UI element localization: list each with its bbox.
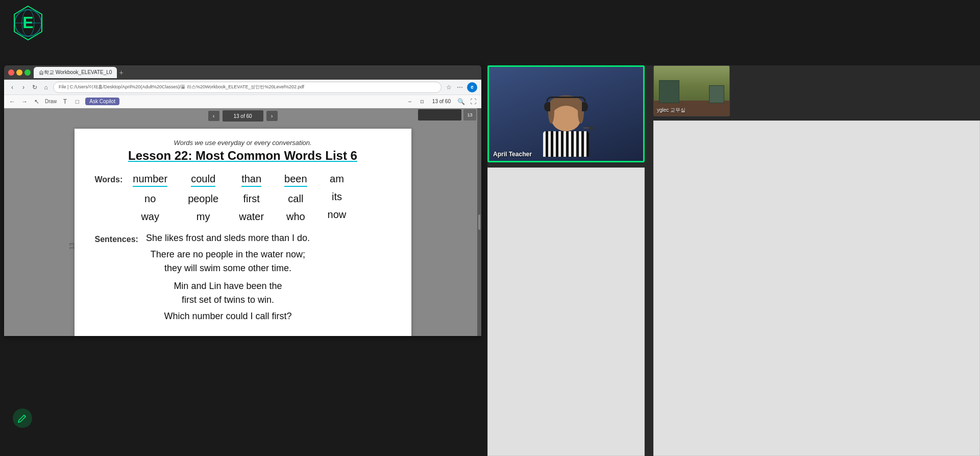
sentence-3: Min and Lin have been thefirst set of tw… <box>146 279 310 307</box>
pdf-scrollbar[interactable] <box>477 108 481 336</box>
lower-left-panel <box>487 167 645 456</box>
home-btn[interactable]: ⌂ <box>42 83 50 91</box>
svg-text:E: E <box>22 13 33 32</box>
yglec-name-label: yglec 교무실 <box>657 107 685 114</box>
star-btn[interactable]: ☆ <box>445 83 453 91</box>
top-box-dark <box>418 109 461 121</box>
more-btn[interactable]: ⋯ <box>456 83 464 91</box>
pdf-fullscreen[interactable]: ⛶ <box>469 98 477 106</box>
april-teacher-video: April Teacher <box>487 65 645 162</box>
pdf-tool-back[interactable]: ← <box>8 98 16 106</box>
pdf-title: Lesson 22: Most Common Words List 6 <box>95 149 391 163</box>
window-max-btn[interactable] <box>24 69 31 76</box>
word-could: could <box>191 173 215 187</box>
word-than: than <box>241 173 261 187</box>
sentence-1: She likes frost and sleds more than I do… <box>146 233 310 244</box>
pdf-tool-shape[interactable]: □ <box>73 98 81 106</box>
word-been: been <box>284 173 307 187</box>
refresh-btn[interactable]: ↻ <box>31 83 39 91</box>
pdf-subtitle: Words we use everyday or every conversat… <box>95 139 391 147</box>
word-way: way <box>141 211 159 223</box>
word-my: my <box>197 211 210 223</box>
word-who: who <box>286 211 305 223</box>
pdf-zoom-search[interactable]: 🔍 <box>457 98 465 106</box>
page-number-label: 13 <box>68 243 75 249</box>
yglec-video: yglec 교무실 <box>653 65 730 116</box>
browser-window: 습학교 Workbook_ELEVATE_L0 + ‹ › ↻ ⌂ File |… <box>4 65 481 336</box>
pdf-page-info: 13 of 60 <box>430 99 453 104</box>
pdf-tool-fwd[interactable]: → <box>20 98 29 106</box>
sentences-section: Sentences: She likes frost and sleds mor… <box>95 233 391 322</box>
sentence-2: There are no people in the water now;the… <box>146 248 310 275</box>
logo-area: E <box>10 5 46 43</box>
word-people: people <box>188 193 218 205</box>
pdf-fit-btn[interactable]: ⊡ <box>418 98 426 106</box>
back-btn[interactable]: ‹ <box>8 83 16 91</box>
window-close-btn[interactable] <box>8 69 14 76</box>
lower-right-panel <box>653 121 980 456</box>
word-its: its <box>332 191 342 203</box>
word-first: first <box>243 193 260 205</box>
window-min-btn[interactable] <box>16 69 22 76</box>
right-side-area: April Teacher yglec 교무실 <box>487 65 980 456</box>
pdf-content-area: ‹ 13 of 60 › 13 13 Words we use everyday… <box>4 108 481 336</box>
pdf-zoom-out[interactable]: − <box>406 98 414 106</box>
word-number: number <box>133 173 167 187</box>
word-call: call <box>288 193 303 205</box>
pdf-tool-text[interactable]: T <box>61 98 69 106</box>
pdf-page: 13 Words we use everyday or every conver… <box>75 129 411 336</box>
forward-btn[interactable]: › <box>19 83 28 91</box>
edge-icon: e <box>467 82 477 92</box>
pdf-next-page[interactable]: › <box>266 111 278 121</box>
words-section: Words: number no way could people my <box>95 173 391 223</box>
page-display: 13 of 60 <box>223 110 263 122</box>
tab-title: 습학교 Workbook_ELEVATE_L0 <box>39 69 112 76</box>
browser-titlebar: 습학교 Workbook_ELEVATE_L0 + <box>4 65 481 80</box>
top-box-small: 13 <box>463 109 476 121</box>
sentences-content: She likes frost and sleds more than I do… <box>146 233 310 322</box>
pdf-prev-page[interactable]: ‹ <box>208 111 219 121</box>
address-text: File | C:/Users/이채흠/Desktop/April%20(Adu… <box>59 84 304 90</box>
edit-icon-btn[interactable] <box>13 409 32 428</box>
april-name-label: April Teacher <box>493 151 532 158</box>
words-grid: number no way could people my than first <box>133 173 346 223</box>
ask-copilot-btn[interactable]: Ask Copilot <box>85 98 119 105</box>
new-tab-btn[interactable]: + <box>119 68 123 77</box>
sentences-label: Sentences: <box>95 235 138 244</box>
word-now: now <box>328 209 347 221</box>
pdf-tool-cursor[interactable]: ↖ <box>33 98 41 106</box>
browser-tab[interactable]: 습학교 Workbook_ELEVATE_L0 <box>34 67 117 78</box>
word-water: water <box>239 211 264 223</box>
address-bar[interactable]: File | C:/Users/이채흠/Desktop/April%20(Adu… <box>53 82 442 93</box>
word-am: am <box>330 173 344 185</box>
word-no: no <box>144 193 156 205</box>
sentence-4: Which number could I call first? <box>146 311 310 322</box>
words-label: Words: <box>95 175 123 184</box>
pdf-toolbar: ← → ↖ Draw T □ Ask Copilot − ⊡ 13 of 60 … <box>4 95 481 108</box>
pencil-icon <box>17 413 28 423</box>
browser-toolbar: ‹ › ↻ ⌂ File | C:/Users/이채흠/Desktop/Apri… <box>4 80 481 95</box>
pdf-tool-draw[interactable]: Draw <box>45 99 57 104</box>
